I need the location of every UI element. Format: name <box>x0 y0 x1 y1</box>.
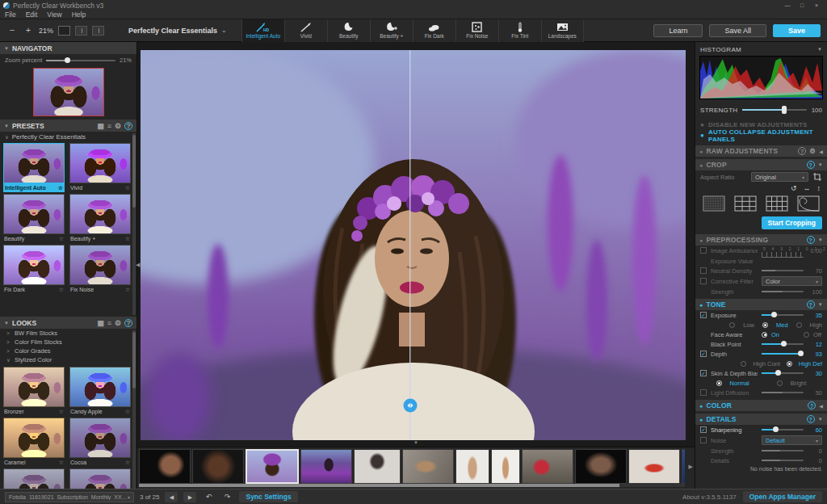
tone-header[interactable]: ● TONE ? ▼ <box>695 299 827 310</box>
view-sidebyside-button[interactable] <box>92 26 104 36</box>
gear-icon[interactable]: ⚙ <box>115 122 121 130</box>
expand-icon[interactable]: ◀ <box>819 149 823 154</box>
next-image-button[interactable]: ▶ <box>183 492 196 502</box>
details-strength-slider[interactable] <box>762 450 804 452</box>
filmstrip-thumbnail[interactable] <box>354 449 401 484</box>
quick-preset-beautify-plus[interactable]: Beautify + <box>370 19 413 42</box>
collapse-icon[interactable]: ▼ <box>817 47 822 52</box>
neutral-density-checkbox[interactable] <box>700 267 707 274</box>
menu-view[interactable]: View <box>47 10 61 19</box>
expand-icon[interactable]: ◀ <box>819 403 823 409</box>
face-aware-on-radio[interactable] <box>762 332 767 338</box>
preset-vivid[interactable]: Vivid☆ <box>69 143 131 192</box>
quick-preset-fix-noise[interactable]: Fix Noise <box>455 19 498 42</box>
look-bronzer[interactable]: Bronzer☆ <box>3 367 65 416</box>
filmstrip-thumbnail[interactable] <box>455 449 489 484</box>
minimize-button[interactable]: — <box>780 1 795 10</box>
presets-scrollbar[interactable] <box>132 133 136 315</box>
quick-preset-landscapes[interactable]: Landscapes <box>541 19 584 42</box>
zoom-in-button[interactable]: + <box>23 25 34 36</box>
grid-overlay-fine-button[interactable] <box>702 195 726 212</box>
flip-vertical-icon[interactable]: ↕ <box>817 184 821 192</box>
look-caramel[interactable]: Caramel☆ <box>3 418 65 467</box>
menu-edit[interactable]: Edit <box>26 10 38 19</box>
help-icon[interactable]: ? <box>124 122 132 130</box>
left-panel-collapse-icon[interactable]: ◀ <box>136 262 140 268</box>
navigator-header[interactable]: ▼ NAVIGATOR <box>0 42 136 54</box>
flip-horizontal-icon[interactable]: ↔ <box>804 184 811 192</box>
grid-view-icon[interactable]: ▦ <box>97 319 104 327</box>
look-cocoa[interactable]: Cocoa☆ <box>69 418 131 467</box>
save-all-button[interactable]: Save All <box>709 24 766 37</box>
preprocessing-strength-slider[interactable] <box>762 291 804 292</box>
strength-slider[interactable] <box>742 109 806 111</box>
quick-preset-fix-tint[interactable]: Fix Tint <box>498 19 541 42</box>
help-icon[interactable]: ? <box>807 415 815 423</box>
filmstrip-thumbnail[interactable] <box>139 449 191 484</box>
view-split-button[interactable] <box>75 26 87 36</box>
light-diffusion-slider[interactable] <box>762 392 804 393</box>
undo-button[interactable]: ↶ <box>202 492 215 502</box>
crop-header[interactable]: ● CROP ? ▼ <box>695 159 827 170</box>
preset-group-dropdown[interactable]: Perfectly Clear Essentials ⌄ <box>122 19 233 42</box>
color-header[interactable]: ● COLOR ? ◀ <box>695 400 827 411</box>
maximize-button[interactable]: □ <box>795 1 809 10</box>
raw-adjustments-header[interactable]: ● RAW ADJUSTMENTS ? ⚙ ◀ <box>695 145 827 157</box>
star-icon[interactable]: ☆ <box>125 236 130 242</box>
sync-settings-button[interactable]: Sync Settings <box>239 491 297 502</box>
exposure-value-scale[interactable]: 5 4 3 2 1 0 1 2 3 4 5 <box>762 247 804 258</box>
details-header[interactable]: ● DETAILS ? ▼ <box>695 414 827 425</box>
rotate-icon[interactable]: ↺ <box>791 184 797 192</box>
filmstrip-thumbnail[interactable] <box>491 449 520 484</box>
looks-scrollbar[interactable] <box>132 330 136 490</box>
looks-group-bw[interactable]: >BW Film Stocks <box>0 329 136 338</box>
bullet-icon[interactable]: ● <box>700 121 704 128</box>
filmstrip-marker-icon[interactable]: ▼ <box>414 440 418 445</box>
depth-checkbox[interactable]: ✓ <box>700 351 707 357</box>
grid-overlay-spiral-button[interactable] <box>796 195 821 212</box>
exposure-med-radio[interactable] <box>762 322 768 328</box>
aspect-ratio-dropdown[interactable]: Original ▾ <box>751 172 808 182</box>
high-cont-radio[interactable] <box>741 361 746 367</box>
star-icon[interactable]: ☆ <box>59 460 64 466</box>
zoom-percent-slider[interactable] <box>46 60 115 61</box>
black-point-slider[interactable] <box>762 343 804 345</box>
filmstrip-thumbnail[interactable] <box>682 449 685 484</box>
looks-header[interactable]: ▼ LOOKS ▦ ≡ ⚙ ? <box>0 317 136 329</box>
previous-image-button[interactable]: ◀ <box>165 492 178 502</box>
view-single-button[interactable] <box>58 26 70 36</box>
filmstrip-thumbnail[interactable] <box>300 449 352 484</box>
skin-depth-bias-checkbox[interactable]: ✓ <box>700 370 707 376</box>
skin-depth-bias-slider[interactable] <box>762 372 804 374</box>
list-view-icon[interactable]: ≡ <box>107 319 111 327</box>
star-icon[interactable]: ☆ <box>125 409 130 415</box>
filmstrip-next-icon[interactable]: ▶ <box>689 464 693 470</box>
help-icon[interactable]: ? <box>807 161 815 169</box>
zoom-out-button[interactable]: − <box>6 25 18 36</box>
redo-button[interactable]: ↷ <box>220 492 233 502</box>
sharpening-checkbox[interactable]: ✓ <box>700 426 707 433</box>
help-icon[interactable]: ? <box>807 236 815 244</box>
star-icon[interactable]: ☆ <box>125 287 130 293</box>
close-button[interactable]: × <box>809 1 824 10</box>
preset-beautify-plus[interactable]: Beautify +☆ <box>69 194 131 243</box>
preset-fix-dark[interactable]: Fix Dark☆ <box>3 245 65 294</box>
open-apps-manager-button[interactable]: Open Apps Manager <box>743 491 822 502</box>
exposure-low-radio[interactable] <box>729 322 735 328</box>
filmstrip-thumbnail[interactable] <box>402 449 454 484</box>
exposure-slider[interactable] <box>762 314 804 316</box>
list-view-icon[interactable]: ≡ <box>107 122 111 130</box>
image-ambulance-checkbox[interactable] <box>700 247 707 254</box>
star-icon[interactable]: ☆ <box>59 409 64 415</box>
help-icon[interactable]: ? <box>807 300 815 309</box>
collapse-icon[interactable]: ▼ <box>818 417 823 422</box>
filmstrip-scrollbar[interactable] <box>139 484 685 487</box>
neutral-density-slider[interactable] <box>762 270 804 271</box>
help-icon[interactable]: ? <box>124 319 132 327</box>
exposure-high-radio[interactable] <box>796 322 802 328</box>
menu-file[interactable]: File <box>5 10 16 19</box>
quick-preset-intelligent-auto[interactable]: HD Intelligent Auto <box>241 19 284 42</box>
face-aware-off-radio[interactable] <box>804 332 809 338</box>
preprocessing-header[interactable]: ● PREPROCESSING ? ▼ <box>695 234 827 246</box>
crop-icon[interactable] <box>812 172 822 182</box>
